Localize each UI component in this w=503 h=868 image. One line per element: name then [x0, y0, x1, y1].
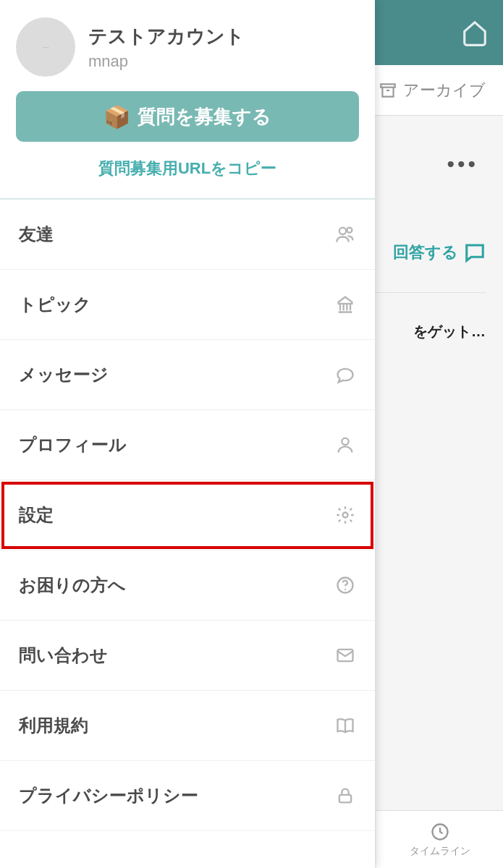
copy-url-link[interactable]: 質問募集用URLをコピー [0, 142, 375, 200]
menu-item-label: 問い合わせ [19, 644, 108, 667]
menu-item-label: お困りの方へ [19, 574, 126, 597]
menu-item-label: プロフィール [19, 433, 127, 456]
box-icon: 📦 [103, 104, 130, 129]
menu-item-2[interactable]: メッセージ [0, 340, 375, 410]
gear-icon [334, 504, 356, 526]
bottom-tab-timeline[interactable]: タイムライン [376, 810, 503, 868]
avatar: — [16, 17, 75, 77]
menu-item-7[interactable]: 利用規約 [0, 691, 375, 761]
menu-item-6[interactable]: 問い合わせ [0, 621, 375, 691]
bottom-tab-label: タイムライン [410, 845, 470, 858]
mail-icon [334, 644, 356, 666]
menu-item-label: 利用規約 [19, 714, 88, 737]
recruit-questions-button[interactable]: 📦 質問を募集する [16, 91, 359, 142]
profile-handle: mnap [88, 52, 245, 71]
recruit-label: 質問を募集する [138, 104, 271, 129]
menu-item-5[interactable]: お困りの方へ [0, 550, 375, 621]
menu-list: 友達トピックメッセージプロフィール設定お困りの方へ問い合わせ利用規約プライバシー… [0, 200, 375, 868]
menu-item-label: メッセージ [19, 363, 109, 386]
profile-icon [334, 434, 356, 456]
message-icon [334, 364, 356, 386]
menu-item-label: 設定 [19, 503, 54, 527]
side-drawer: — テストアカウント mnap 📦 質問を募集する 質問募集用URLをコピー 友… [0, 0, 375, 868]
lock-icon [334, 785, 356, 807]
profile-name: テストアカウント [88, 24, 245, 49]
menu-item-3[interactable]: プロフィール [0, 410, 375, 480]
profile-section[interactable]: — テストアカウント mnap [0, 0, 375, 88]
help-icon [334, 574, 356, 596]
home-icon[interactable] [461, 19, 489, 46]
archive-icon [379, 81, 397, 100]
topic-icon [334, 294, 356, 315]
menu-item-1[interactable]: トピック [0, 270, 375, 340]
menu-item-label: プライバシーポリシー [19, 784, 198, 807]
friends-icon [334, 224, 356, 245]
menu-item-0[interactable]: 友達 [0, 200, 375, 270]
menu-item-label: 友達 [19, 223, 54, 246]
archive-label: アーカイブ [403, 80, 486, 101]
chat-icon [464, 242, 486, 263]
menu-item-4[interactable]: 設定 [0, 480, 375, 550]
profile-text: テストアカウント mnap [88, 24, 245, 71]
book-icon [334, 715, 356, 736]
menu-item-8[interactable]: プライバシーポリシー [0, 761, 375, 831]
svg-rect-0 [381, 84, 395, 87]
clock-icon [430, 822, 450, 842]
answer-label: 回答する [393, 242, 458, 263]
menu-item-label: トピック [19, 293, 91, 316]
